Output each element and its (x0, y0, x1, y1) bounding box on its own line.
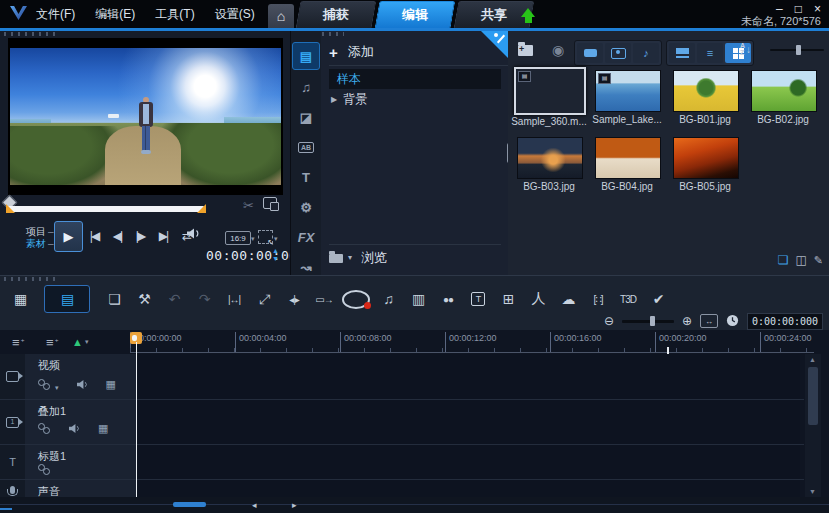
track-content[interactable] (136, 445, 800, 479)
library-item[interactable]: ▤ Sample_Lake... (588, 67, 666, 131)
filter-video-button[interactable] (577, 43, 603, 63)
zoom-in-icon[interactable]: ⊕ (682, 314, 692, 328)
painting-creator-icon[interactable]: ✔ (646, 286, 670, 312)
panel-drag-handle[interactable] (4, 32, 60, 36)
folder-item[interactable]: ▶ 背景 (329, 89, 501, 109)
track-volume-icon[interactable] (76, 379, 89, 390)
playhead-line[interactable] (136, 342, 137, 497)
library-disc-icon[interactable]: ◉ (552, 42, 564, 58)
track-content[interactable] (136, 400, 800, 444)
timeline-zoom-slider[interactable] (622, 320, 674, 323)
library-item[interactable]: ▤ BG-B04.jpg (588, 134, 666, 198)
go-end-button[interactable]: ▶| (155, 229, 171, 243)
track-type-strip[interactable]: 1 (0, 400, 25, 444)
motion-tracking-icon[interactable]: 人 (526, 286, 550, 312)
import-media-icon[interactable] (518, 45, 533, 56)
split-clip-icon[interactable]: ◂|▸ (282, 286, 306, 312)
show-tracks-icon[interactable]: ≡⁺ (46, 333, 59, 351)
trim-clip-icon[interactable]: ▭→ (312, 286, 336, 312)
record-capture-icon[interactable] (342, 290, 370, 309)
track-header[interactable]: 标题1 ▾ ▦ (25, 445, 136, 479)
hscroll-thumb[interactable] (173, 502, 206, 507)
library-item[interactable]: ▤ BG-B01.jpg (666, 67, 744, 131)
fit-timeline-icon[interactable]: ↔ (700, 314, 718, 328)
track-header[interactable]: 视频 ▾ ▦ (25, 354, 136, 399)
fit-project-icon[interactable]: |↔| (222, 286, 246, 312)
menu-item[interactable]: 编辑(E) (95, 6, 135, 23)
panel-drag-handle[interactable] (4, 277, 60, 281)
filter-library-icon[interactable]: FX (293, 224, 319, 250)
redo-icon[interactable]: ↷ (192, 286, 216, 312)
transition-library-icon[interactable]: ◪ (293, 104, 319, 130)
go-start-button[interactable]: |◀ (86, 229, 102, 243)
library-item[interactable]: ▤ Sample_360.m... (510, 67, 588, 131)
sound-mixer-icon[interactable]: ♫ (376, 286, 400, 312)
library-item[interactable]: ▤ BG-B03.jpg (510, 134, 588, 198)
aspect-caret-icon[interactable]: ▾ (251, 235, 255, 243)
title-3d-icon[interactable]: T3D (616, 286, 640, 312)
update-arrow-icon[interactable] (521, 8, 535, 17)
view-list-button[interactable]: ≡ (697, 43, 723, 63)
duration-clock-icon[interactable] (726, 314, 739, 329)
scroll-right-icon[interactable]: ▸ (292, 500, 297, 510)
multicam-editor-icon[interactable]: ▥ (406, 286, 430, 312)
track-volume-icon[interactable] (68, 423, 81, 434)
play-button[interactable]: ▶ (54, 221, 83, 252)
library-item[interactable]: ▤ BG-B02.jpg (744, 67, 822, 131)
link-icon[interactable] (38, 379, 51, 390)
scroll-down-icon[interactable]: ▼ (809, 488, 816, 495)
split-scissors-icon[interactable]: ✂ (243, 198, 254, 213)
mode-tab[interactable]: 编辑 (375, 1, 456, 28)
scroll-up-icon[interactable]: ▲ (809, 356, 816, 363)
link-caret-icon[interactable]: ▾ (55, 384, 59, 392)
volume-icon[interactable] (186, 227, 201, 240)
library-item[interactable]: ▤ BG-B05.jpg (666, 134, 744, 198)
prev-frame-button[interactable]: ◀| (109, 229, 125, 243)
vertical-scrollbar[interactable]: ▲ ▼ (805, 354, 821, 497)
zoom-out-icon[interactable]: ⊖ (604, 314, 614, 328)
undo-icon[interactable]: ↶ (162, 286, 186, 312)
track-content[interactable] (136, 354, 800, 399)
trim-handle-start[interactable] (6, 204, 15, 213)
track-type-strip[interactable] (0, 354, 25, 399)
edit-pencil-icon[interactable]: ✎ (814, 254, 823, 267)
scroll-left-icon[interactable]: ◂ (252, 500, 257, 510)
subtitle-editor-icon[interactable]: T (466, 286, 490, 312)
instant-project-icon[interactable]: ●● (436, 286, 460, 312)
marquee-caret-icon[interactable]: ▾ (274, 235, 278, 243)
menu-item[interactable]: 工具(T) (155, 6, 194, 23)
snapshot-icon[interactable] (263, 197, 277, 209)
aspect-ratio-select[interactable]: 16:9 (225, 231, 251, 245)
marquee-tool-icon[interactable] (258, 230, 273, 244)
mode-tab[interactable]: 捕获 (296, 1, 377, 28)
graphic-ab-library-icon[interactable]: AB (293, 134, 319, 160)
filter-music-button[interactable]: ♪ (633, 43, 659, 63)
storyboard-view-icon[interactable]: ▦ (8, 286, 32, 312)
link-icon[interactable] (38, 423, 51, 434)
timecode-spinner[interactable]: ▲ ▼ (272, 247, 279, 262)
thumbnail-size-slider[interactable] (770, 49, 824, 51)
add-chapter-icon[interactable]: ▲▾ (72, 333, 88, 351)
menu-item[interactable]: 文件(F) (36, 6, 75, 23)
overlay-objects-icon[interactable]: ⚙ (293, 194, 319, 220)
track-manager-icon[interactable]: ≡⁺ (12, 333, 25, 351)
video-360-icon[interactable]: [∷] (586, 286, 610, 312)
copy-icon[interactable]: ❏ (102, 286, 126, 312)
clip-mode-label[interactable]: 素材– (26, 237, 54, 251)
timeline-view-icon[interactable]: ▤ (44, 285, 90, 313)
ripple-edit-icon[interactable]: ▦ (98, 422, 108, 435)
folder-item[interactable]: 样本 (329, 69, 501, 89)
pan-zoom-icon[interactable]: ⤢ (252, 286, 276, 312)
expand-caret-icon[interactable]: ▶ (331, 95, 337, 104)
library-panel-icon[interactable]: ❏ (778, 253, 789, 267)
link-icon[interactable] (38, 464, 51, 475)
vscroll-thumb[interactable] (808, 367, 818, 425)
track-header[interactable]: 叠加1 ▾ ▦ (25, 400, 136, 444)
title-library-icon[interactable]: T (293, 164, 319, 190)
next-frame-button[interactable]: |▶ (132, 229, 148, 243)
media-library-icon[interactable]: ▤ (292, 42, 320, 70)
sort-button[interactable]: AZ ↓ (740, 42, 751, 56)
scrub-bar[interactable] (8, 206, 204, 212)
audio-library-icon[interactable]: ♫ (293, 74, 319, 100)
horizontal-scrollbar[interactable]: ◂ ▸ (0, 497, 829, 513)
